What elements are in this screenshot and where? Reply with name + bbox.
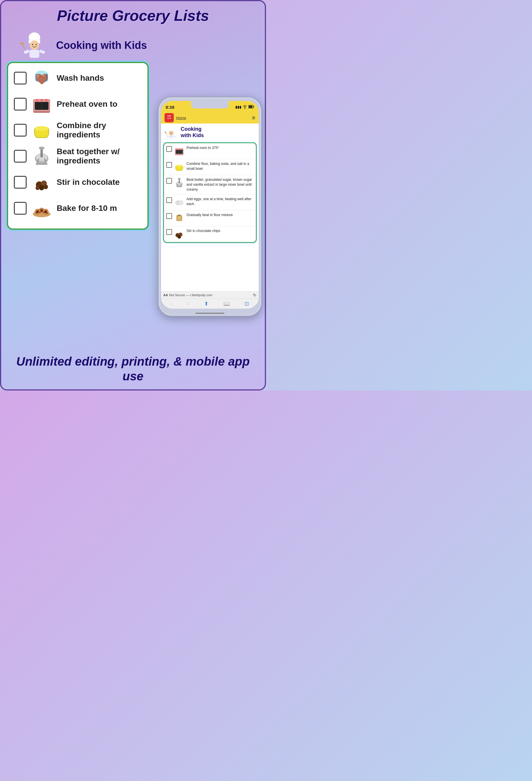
hamburger-icon[interactable]: ≡ — [252, 115, 255, 121]
refresh-icon[interactable]: ↻ — [253, 293, 257, 297]
svg-point-18 — [41, 99, 43, 101]
phone-item-text-6: Stir in chocolate chips — [186, 229, 254, 234]
svg-point-67 — [181, 149, 182, 150]
bookmarks-button[interactable]: 📖 — [223, 300, 230, 307]
phone-checkbox-5[interactable] — [166, 213, 172, 219]
svg-line-8 — [23, 44, 25, 49]
svg-rect-60 — [173, 135, 176, 137]
svg-text:CLIP: CLIP — [167, 117, 171, 119]
trip-clip-logo: TRIP CLIP — [165, 113, 174, 122]
svg-point-68 — [176, 165, 183, 167]
browser-nav: ‹ › ⬆ 📖 ⊡ — [161, 298, 259, 309]
phone-item-text-3: Beat butter, granulated sugar, brown sug… — [186, 177, 254, 192]
checklist-item-3: Combine dry ingredients — [14, 120, 142, 140]
phone-nav-bar: TRIP CLIP Home ≡ — [161, 112, 259, 124]
status-time: 8:38 — [166, 105, 174, 110]
phone-item-text-1: Preheat oven to 375° — [186, 146, 254, 151]
svg-rect-48 — [249, 106, 253, 108]
svg-text:🤎: 🤎 — [35, 73, 48, 85]
item-label-5: Stir in chocolate — [57, 177, 120, 187]
svg-rect-64 — [176, 150, 183, 154]
item-label-3: Combine dry ingredients — [57, 121, 142, 139]
phone-mockup: 8:38 ▮▮▮ TRIP CLIP — [158, 96, 262, 317]
item-label-4: Beat together w/ ingredients — [57, 147, 142, 165]
phone-checkbox-1[interactable] — [166, 146, 172, 152]
phone-content: Preheat oven to 375° Combine flour, baki… — [163, 142, 257, 243]
svg-point-17 — [36, 99, 38, 101]
svg-point-62 — [165, 132, 166, 133]
svg-point-42 — [36, 212, 37, 213]
svg-point-45 — [47, 213, 48, 214]
home-indicator — [195, 313, 224, 314]
phone-checkbox-3[interactable] — [166, 178, 172, 184]
svg-rect-58 — [169, 135, 173, 138]
main-container: Picture Grocery Lists Cooking with Kids — [0, 0, 266, 390]
svg-point-19 — [45, 99, 47, 101]
checkbox-5[interactable] — [14, 176, 27, 189]
bottom-text: Unlimited editing, printing, & mobile ap… — [1, 354, 265, 383]
phone-item-1: Preheat oven to 375° — [164, 143, 256, 159]
checklist-item-2: Preheat oven to — [14, 94, 142, 115]
svg-rect-49 — [254, 106, 254, 107]
svg-rect-75 — [176, 186, 182, 187]
phone-item-4: Add eggs, one at a time, beating well af… — [164, 194, 256, 210]
cooking-header: Cooking with Kids — [18, 30, 259, 61]
phone-checkbox-4[interactable] — [166, 197, 172, 203]
svg-rect-6 — [24, 49, 30, 54]
phone-checkbox-2[interactable] — [166, 162, 172, 168]
phone-item-5: Gradually beat in flour mixture — [164, 210, 256, 226]
phone-item-icon-3 — [174, 177, 185, 188]
phone-cooking-header: Cookingwith Kids — [161, 124, 259, 141]
checklist-item-5: Stir in chocolate — [14, 172, 142, 193]
url-text[interactable]: Not Secure — t.thetripclip.com — [169, 293, 252, 297]
svg-point-56 — [170, 132, 171, 133]
chef-icon-phone — [164, 125, 178, 140]
item-icon-6 — [31, 198, 52, 219]
svg-point-43 — [39, 212, 41, 213]
svg-point-2 — [30, 41, 39, 50]
svg-rect-7 — [39, 49, 45, 54]
svg-point-84 — [176, 236, 178, 237]
svg-point-44 — [43, 212, 45, 213]
checklist-item-6: Bake for 8-10 m — [14, 198, 142, 219]
tabs-button[interactable]: ⊡ — [245, 300, 249, 307]
checkbox-4[interactable] — [14, 150, 27, 163]
item-label-1: Wash hands — [57, 74, 104, 83]
checkbox-2[interactable] — [14, 98, 27, 111]
svg-point-57 — [172, 132, 172, 133]
svg-point-65 — [176, 149, 178, 150]
svg-point-46 — [245, 108, 246, 109]
svg-point-77 — [178, 201, 183, 205]
checkbox-3[interactable] — [14, 124, 27, 136]
phone-item-icon-5 — [174, 213, 185, 223]
forward-button[interactable]: › — [187, 301, 189, 307]
phone-item-icon-2 — [174, 161, 185, 172]
checkbox-1[interactable] — [14, 72, 27, 84]
phone-item-icon-4 — [174, 197, 185, 208]
phone-item-2: Combine flour, baking soda, and salt in … — [164, 159, 256, 175]
svg-point-33 — [36, 186, 40, 190]
checkbox-6[interactable] — [14, 202, 27, 215]
svg-rect-79 — [177, 216, 181, 220]
phone-checkbox-6[interactable] — [166, 229, 172, 235]
phone-item-6: Stir in chocolate chips — [164, 226, 256, 242]
signal-icon: ▮▮▮ — [235, 105, 241, 109]
share-button[interactable]: ⬆ — [204, 300, 209, 307]
phone-item-text-5: Gradually beat in flour mixture — [186, 213, 254, 217]
svg-point-55 — [169, 131, 174, 135]
item-icon-3 — [31, 120, 52, 140]
svg-point-3 — [32, 44, 33, 45]
svg-point-22 — [35, 126, 49, 131]
item-label-6: Bake for 8-10 m — [57, 204, 117, 213]
svg-rect-20 — [34, 111, 50, 113]
svg-rect-29 — [36, 163, 47, 165]
item-icon-5 — [31, 172, 52, 193]
svg-rect-59 — [166, 135, 169, 137]
back-button[interactable]: ‹ — [171, 301, 173, 307]
svg-point-9 — [20, 42, 24, 45]
home-link[interactable]: Home — [176, 116, 186, 120]
cooking-title-large: Cooking with Kids — [56, 39, 147, 51]
svg-point-83 — [178, 235, 181, 239]
page-title: Picture Grocery Lists — [7, 7, 259, 24]
svg-line-61 — [166, 133, 167, 135]
